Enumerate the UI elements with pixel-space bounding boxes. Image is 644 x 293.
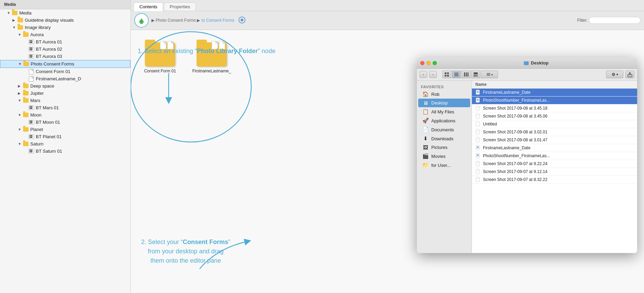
finder-sidebar-applications[interactable]: 🚀 Applications <box>418 116 470 125</box>
applications-icon: 🚀 <box>422 118 429 124</box>
upload-button[interactable] <box>134 13 149 28</box>
sidebar-item-label: Image library <box>25 25 51 30</box>
filter-input[interactable] <box>589 17 641 24</box>
svg-rect-13 <box>467 72 468 77</box>
finder-file-row-1[interactable]: PhotoShootNumber_FirstnameLas... <box>472 97 637 104</box>
sidebar-item-guideline[interactable]: ▶ Guideline display visuals <box>0 17 130 24</box>
finder-file-row-7[interactable]: FirstnameLastname_Date <box>472 144 637 152</box>
sidebar-item-btmars01[interactable]: ▶ BT Mars 01 <box>0 104 130 111</box>
finder-sidebar-documents[interactable]: 📄 Documents <box>418 125 470 134</box>
sidebar-item-label: BT Saturn 01 <box>36 149 62 154</box>
svg-rect-12 <box>466 72 467 77</box>
finder-sidebar-movies[interactable]: 🎬 Movies <box>418 152 470 161</box>
finder-sidebar-pictures[interactable]: 🖼 Pictures <box>418 143 470 152</box>
finder-sidebar-rob[interactable]: 🏠 Rob <box>418 90 470 99</box>
sidebar-item-label: Media <box>19 10 31 16</box>
finder-file-row-4[interactable]: Untitled <box>472 120 637 128</box>
sidebar-item-jupiter[interactable]: ▶ Jupiter <box>0 90 130 97</box>
column-view-button[interactable] <box>462 71 471 78</box>
share-button[interactable] <box>625 71 634 78</box>
sidebar-item-planet[interactable]: ▼ Planet <box>0 126 130 133</box>
sidebar-item-label: FirstnameLastname_D <box>36 76 81 81</box>
finder-file-row-3[interactable]: Screen Shot 2017-09-08 at 3.45.06 <box>472 112 637 120</box>
icon-view-button[interactable] <box>442 71 451 78</box>
file-item-firstnamelastname[interactable]: FirstnameLastname_ <box>189 37 234 76</box>
finder-file-row-0[interactable]: FirstnameLastname_Date <box>472 89 637 97</box>
svg-rect-48 <box>476 177 479 182</box>
grid-view-icon <box>444 72 449 77</box>
minimize-button[interactable] <box>426 61 431 65</box>
finder-file-row-6[interactable]: Screen Shot 2017-09-08 at 3.01.47 <box>472 136 637 144</box>
step1-arrow-svg <box>158 71 179 106</box>
mini-doc-2 <box>167 41 173 49</box>
finder-sidebar-desktop[interactable]: 🖥 Desktop <box>418 99 470 107</box>
svg-rect-44 <box>476 161 479 166</box>
folder-icon <box>23 84 29 89</box>
folder-icon <box>23 113 29 118</box>
sidebar-item-btaurora01[interactable]: ▶ BT Aurora 01 <box>0 38 130 46</box>
sidebar-item-consentform01[interactable]: ▶ Consent Form 01 <box>0 68 130 75</box>
file-doc-icon <box>475 153 481 159</box>
sidebar-item-label: Planet <box>30 127 43 132</box>
breadcrumb-link[interactable]: to Consent Forms <box>201 18 234 23</box>
finder-sidebar-foruser[interactable]: 📁 for User... <box>418 161 470 170</box>
sidebar-item-label: Saturn <box>30 141 43 146</box>
finder-file-row-8[interactable]: PhotoShootNumber_FirstnameLas... <box>472 152 637 160</box>
finder-file-row-5[interactable]: Screen Shot 2017-09-08 at 3.02.01 <box>472 128 637 136</box>
finder-file-row-10[interactable]: Screen Shot 2017-09-07 at 9.12.14 <box>472 168 637 176</box>
sidebar-item-label: Guideline display visuals <box>25 18 74 23</box>
gear-button[interactable]: ⚙ ▾ <box>606 71 623 78</box>
finder-file-row-2[interactable]: Screen Shot 2017-09-08 at 3.45.18 <box>472 104 637 112</box>
svg-rect-34 <box>476 130 479 134</box>
sidebar-item-btplanet01[interactable]: ▶ BT Planet 01 <box>0 133 130 140</box>
sidebar-item-label: BT Aurora 03 <box>36 54 62 59</box>
finder-sidebar-label: for User... <box>431 163 451 168</box>
sidebar-item-label: Deep space <box>30 83 54 89</box>
finder-favorites-section: Favorites 🏠 Rob 🖥 Desktop <box>417 84 472 170</box>
sidebar-item-aurora[interactable]: ▼ Aurora <box>0 31 130 38</box>
tab-contents[interactable]: Contents <box>134 2 163 11</box>
cover-flow-icon <box>473 72 478 77</box>
forward-button[interactable]: › <box>429 71 437 78</box>
svg-rect-15 <box>474 75 475 77</box>
folder-icon <box>12 11 18 16</box>
finder-sidebar-allmyfiles[interactable]: 📋 All My Files <box>418 107 470 116</box>
breadcrumb-area: ▶ Photo Consent Forms ▶ to Consent Forms <box>151 17 574 24</box>
sidebar-item-photoconsentforms[interactable]: ▼ Photo Consent Forms <box>0 60 130 68</box>
sidebar-item-firstnamelastname[interactable]: ▶ FirstnameLastname_D <box>0 75 130 82</box>
finder-title: Desktop <box>439 60 634 65</box>
sidebar-item-btsaturn01[interactable]: ▶ BT Saturn 01 <box>0 148 130 155</box>
maximize-button[interactable] <box>433 61 437 65</box>
sidebar-item-imagelibrary[interactable]: ▼ Image library <box>0 24 130 31</box>
sidebar-item-deepspace[interactable]: ▶ Deep space <box>0 82 130 90</box>
sidebar-item-label: Photo Consent Forms <box>31 61 74 67</box>
sidebar-item-btmoon01[interactable]: ▶ BT Moon 01 <box>0 119 130 126</box>
sidebar-item-saturn[interactable]: ▼ Saturn <box>0 140 130 148</box>
sidebar-item-media[interactable]: ▼ Media <box>0 9 130 17</box>
sidebar-item-btaurora03[interactable]: ▶ BT Aurora 03 <box>0 53 130 60</box>
folder-icon <box>23 98 29 103</box>
sidebar-item-mars[interactable]: ▼ Mars <box>0 97 130 104</box>
movies-icon: 🎬 <box>422 153 429 159</box>
finder-file-row-11[interactable]: Screen Shot 2017-09-07 at 8.32.22 <box>472 176 637 184</box>
big-folder-icon <box>145 40 176 67</box>
arrow-icon: ▼ <box>18 128 22 131</box>
finder-list-header: Name <box>472 81 637 89</box>
finder-sidebar-downloads[interactable]: ⬇ Downloads <box>418 134 470 143</box>
sidebar-item-btaurora02[interactable]: ▶ BT Aurora 02 <box>0 46 130 53</box>
finder-titlebar: Desktop <box>417 58 637 69</box>
toolbar: ▶ Photo Consent Forms ▶ to Consent Forms… <box>131 11 644 30</box>
finder-file-row-9[interactable]: Screen Shot 2017-09-07 at 9.22.24 <box>472 160 637 168</box>
list-view-button[interactable] <box>452 71 461 78</box>
image-icon <box>28 54 34 59</box>
sidebar-item-moon[interactable]: ▼ Moon <box>0 111 130 119</box>
close-button[interactable] <box>420 61 424 65</box>
back-button[interactable]: ‹ <box>420 71 427 78</box>
finder-file-name: FirstnameLastname_Date <box>483 90 634 95</box>
arrow-icon: ▶ <box>18 91 22 95</box>
cover-flow-button[interactable] <box>471 71 480 78</box>
file-item-consentform01[interactable]: Consent Form 01 <box>138 37 182 76</box>
arrange-button[interactable]: ▾ <box>481 71 498 78</box>
arrange-dropdown-icon: ▾ <box>491 73 493 77</box>
tab-properties[interactable]: Properties <box>164 2 196 11</box>
